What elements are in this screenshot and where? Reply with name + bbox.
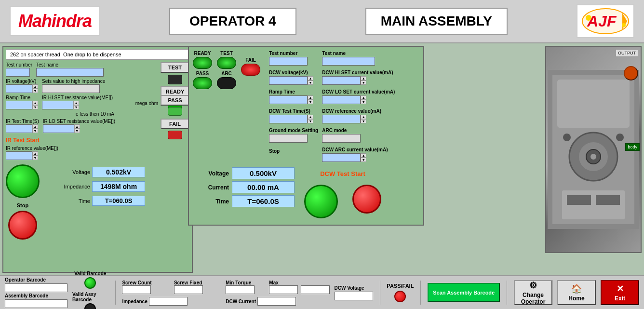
dcw-fail-led: [241, 64, 260, 76]
test-button[interactable]: TEST: [161, 62, 189, 73]
dcw-hi-set-up[interactable]: ▲: [361, 76, 366, 81]
screw-fixed-input[interactable]: 6: [174, 285, 203, 294]
dcw-arc-current-down[interactable]: ▼: [361, 158, 366, 162]
dcw-lo-set-input[interactable]: 0.000: [322, 95, 361, 104]
ir-start-circle[interactable]: [6, 164, 40, 198]
dcw-current-display: 00.00 mA: [232, 181, 295, 193]
ramp-time-up[interactable]: ▲: [32, 101, 38, 105]
dcw-arc-current-input[interactable]: 20.00: [322, 153, 361, 162]
dcw-ramp-up[interactable]: ▲: [308, 95, 313, 100]
assembly-barcode-label: Assembly Barcode: [5, 293, 67, 298]
dcw-test-name-group: Test name TEST_NAME: [322, 51, 395, 66]
ir-voltage-group: IR voltage(kV) 0.50 ▲ ▼: [6, 79, 38, 93]
dcw-fail-group: FAIL: [241, 57, 260, 76]
fail-button[interactable]: FAIL: [161, 119, 189, 129]
scan-assembly-button[interactable]: Scan Assembly Barcode: [428, 283, 500, 302]
dcw-time-disp-label: Time: [198, 198, 229, 205]
home-button[interactable]: 🏠 Home: [557, 280, 596, 305]
svg-rect-12: [596, 195, 620, 205]
dcw-ref-down[interactable]: ▼: [361, 119, 366, 123]
dcw-arc-mode-input[interactable]: OFF: [322, 134, 361, 143]
ir-hi-set-input[interactable]: 9999: [42, 101, 73, 109]
pass-fail-led: [394, 291, 406, 302]
dcw-pass-label: PASS: [196, 71, 209, 76]
ir-hi-set-up[interactable]: ▲: [73, 101, 79, 105]
pass-fail-label: PASS/FAIL: [387, 283, 414, 289]
ir-reference-input[interactable]: 0: [6, 151, 32, 160]
dcw-voltage-up[interactable]: ▲: [308, 76, 313, 81]
dcw-test-led: [217, 57, 236, 69]
divider-4: [507, 281, 507, 305]
assembly-barcode-input[interactable]: [5, 299, 67, 308]
ir-test-time-input[interactable]: 60.0: [6, 124, 32, 133]
ir-hi-set-down[interactable]: ▼: [73, 105, 79, 109]
dcw-stop-circle[interactable]: [352, 185, 381, 214]
dcw-panel: READY PASS TEST ARC: [188, 46, 424, 226]
pass-fail-section: PASS/FAIL: [387, 283, 414, 302]
screw-fixed-label: Screw Fixed: [174, 280, 202, 285]
dcw-ground-mode-input[interactable]: OFF: [269, 134, 308, 143]
change-operator-button[interactable]: ⚙ ChangeOperator: [514, 280, 552, 305]
dcw-lo-set-down[interactable]: ▼: [361, 100, 366, 104]
ir-lo-set-input[interactable]: 10: [43, 124, 74, 133]
dcw-reference-input[interactable]: 0.0: [322, 115, 361, 123]
test-number-input[interactable]: 1: [6, 68, 30, 77]
dcw-test-name-input[interactable]: TEST_NAME: [322, 57, 375, 66]
dcw-arc-current-label: DCW ARC current value(mA): [322, 147, 395, 152]
dcw-ramp-down[interactable]: ▼: [308, 100, 313, 104]
home-icon: 🏠: [571, 283, 582, 294]
dcw-hi-set-down[interactable]: ▼: [361, 81, 366, 85]
body-btn[interactable]: body: [625, 143, 640, 151]
test-name-label: Test name: [36, 62, 104, 67]
dcw-test-number-input[interactable]: 0: [269, 57, 308, 66]
exit-button[interactable]: ✕ Exit: [601, 280, 639, 305]
ir-voltage-down[interactable]: ▼: [32, 89, 38, 93]
dcw-voltage-label: DCW voltage(kV): [269, 70, 318, 75]
min-torque-input[interactable]: 0.5: [226, 285, 255, 294]
dcw-arc-mode-label: ARC mode: [322, 128, 395, 133]
ramp-time-input[interactable]: 10.0: [6, 101, 32, 109]
ir-test-time-down[interactable]: ▼: [32, 129, 38, 133]
dcw-voltage-group: DCW voltage(kV) 0.500 ▲ ▼: [269, 70, 318, 85]
screw-count-input[interactable]: 6: [122, 285, 151, 294]
ir-voltage-input[interactable]: 0.50: [6, 84, 32, 93]
dcw-ramp-input[interactable]: 10.0: [269, 95, 308, 104]
ir-ref-up[interactable]: ▲: [32, 151, 38, 156]
test-name-input[interactable]: TEST_NAME: [36, 68, 104, 77]
ramp-time-down[interactable]: ▼: [32, 105, 38, 109]
dcw-stop-group: Stop: [269, 148, 318, 154]
time-label: Time: [54, 198, 90, 204]
machine-image-panel: OUTPUT body: [545, 46, 642, 253]
dcw-arc-current-up[interactable]: ▲: [361, 153, 366, 158]
actual-torque-input[interactable]: 0.646: [301, 285, 330, 294]
divider-3: [420, 281, 421, 305]
dcw-voltage-bottom-input[interactable]: [335, 292, 373, 300]
operator-barcode-input[interactable]: 9745037362: [5, 283, 67, 292]
valid-barcode-led: [84, 277, 96, 289]
valid-assy-label: Valid Assy Barcode: [72, 292, 108, 302]
ir-lo-set-down[interactable]: ▼: [74, 129, 80, 133]
pass-button[interactable]: PASS: [161, 95, 189, 106]
ir-lo-set-up[interactable]: ▲: [74, 124, 80, 129]
dcw-voltage-input[interactable]: 0.500: [269, 76, 308, 85]
setup-as-below-input[interactable]: Setup as below: [42, 84, 100, 93]
ir-ref-down[interactable]: ▼: [32, 156, 38, 160]
dcw-test-time-up[interactable]: ▲: [308, 115, 313, 119]
dcw-test-time-input[interactable]: 60.0: [269, 115, 308, 123]
dcw-current-input[interactable]: [257, 297, 296, 306]
dcw-reference-label: DCW reference value(mA): [322, 108, 395, 114]
dcw-voltage-bottom-label: DCW Voltage: [335, 285, 373, 291]
max-torque-input[interactable]: 0.7: [269, 285, 298, 294]
dcw-voltage-down[interactable]: ▼: [308, 81, 313, 85]
ir-stop-circle[interactable]: [8, 211, 37, 240]
home-label: Home: [568, 295, 584, 302]
ir-voltage-up[interactable]: ▲: [32, 84, 38, 89]
ir-test-time-up[interactable]: ▲: [32, 124, 38, 129]
dcw-start-circle[interactable]: [304, 185, 338, 218]
dcw-hi-set-input[interactable]: 10.000: [322, 76, 361, 85]
dcw-lo-set-up[interactable]: ▲: [361, 95, 366, 100]
dcw-ref-up[interactable]: ▲: [361, 115, 366, 119]
dcw-test-time-down[interactable]: ▼: [308, 119, 313, 123]
impedance-input[interactable]: [149, 297, 188, 306]
ir-lo-set-label: IR LO SET resistance value(ME[]): [43, 119, 115, 124]
